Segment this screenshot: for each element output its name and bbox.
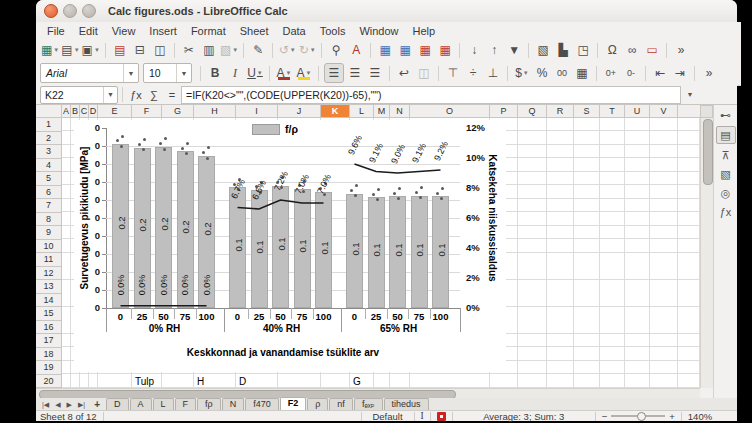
functions-icon[interactable]: ƒx bbox=[717, 204, 735, 220]
page-style[interactable]: Default bbox=[368, 411, 408, 422]
column-header-L[interactable]: L bbox=[350, 105, 374, 117]
menu-help[interactable]: Help bbox=[406, 24, 443, 38]
column-header-E[interactable]: E bbox=[98, 105, 132, 117]
column-header-K[interactable]: K bbox=[321, 105, 350, 117]
sheet-tab-f470[interactable]: f470 bbox=[245, 398, 279, 410]
first-sheet-icon[interactable]: |◀ bbox=[39, 399, 52, 410]
delete-row-icon[interactable]: ▦ bbox=[416, 41, 434, 59]
column-header-R[interactable]: R bbox=[547, 105, 574, 117]
chevron-down-icon[interactable]: ▼ bbox=[74, 47, 80, 53]
row-header-19[interactable]: 19 bbox=[36, 361, 61, 375]
new-icon[interactable]: ▦▼ bbox=[41, 41, 59, 59]
chevron-down-icon[interactable]: ▼ bbox=[286, 70, 292, 76]
row-header-9[interactable]: 9 bbox=[36, 226, 61, 240]
insert-mode-indicator[interactable]: I bbox=[421, 411, 424, 421]
chevron-down-icon[interactable]: ▼ bbox=[290, 47, 296, 53]
last-sheet-icon[interactable]: ▶| bbox=[75, 399, 88, 410]
menu-edit[interactable]: Edit bbox=[72, 24, 105, 38]
column-header-Q[interactable]: Q bbox=[518, 105, 547, 117]
add-decimal-button[interactable]: 0+ bbox=[602, 64, 620, 82]
menu-tools[interactable]: Tools bbox=[313, 24, 353, 38]
delete-decimal-button[interactable]: 0- bbox=[622, 64, 640, 82]
insert-column-before-icon[interactable]: ▦ bbox=[396, 41, 414, 59]
row-header-1[interactable]: 1 bbox=[36, 118, 61, 132]
font-color-button[interactable]: A▼ bbox=[275, 64, 293, 82]
center-vertically-button[interactable]: ÷ bbox=[464, 64, 482, 82]
chevron-down-icon[interactable]: ▼ bbox=[94, 47, 100, 53]
wrap-text-button[interactable]: ↩ bbox=[395, 64, 413, 82]
vertical-scrollbar[interactable] bbox=[700, 118, 713, 388]
zoom-slider[interactable] bbox=[611, 415, 665, 417]
autofilter-icon[interactable]: ▼ bbox=[505, 41, 523, 59]
column-header-M[interactable]: M bbox=[374, 105, 390, 117]
row-header-2[interactable]: 2 bbox=[36, 132, 61, 146]
clone-formatting-icon[interactable]: ✎ bbox=[249, 41, 267, 59]
select-all-corner[interactable] bbox=[36, 105, 62, 118]
chevron-down-icon[interactable]: ▼ bbox=[306, 70, 312, 76]
chart-object[interactable]: f/ρ Survetugevus pikikiudu [MPa] Katseke… bbox=[74, 120, 506, 372]
row-header-20[interactable]: 20 bbox=[36, 375, 61, 389]
next-sheet-icon[interactable]: ▶ bbox=[64, 399, 75, 410]
row-header-10[interactable]: 10 bbox=[36, 240, 61, 254]
decrease-indent-button[interactable]: ⇤ bbox=[651, 64, 669, 82]
chevron-down-icon[interactable]: ▼ bbox=[123, 64, 138, 82]
find-replace-icon[interactable]: ⚲ bbox=[327, 41, 345, 59]
row-header-13[interactable]: 13 bbox=[36, 280, 61, 294]
align-top-button[interactable]: ⊤ bbox=[444, 64, 462, 82]
spelling-icon[interactable]: A bbox=[347, 41, 365, 59]
insert-chart-icon[interactable]: ▙ bbox=[554, 41, 572, 59]
row-header-8[interactable]: 8 bbox=[36, 213, 61, 227]
export-pdf-icon[interactable]: ▤ bbox=[111, 41, 129, 59]
menu-sheet[interactable]: Sheet bbox=[233, 24, 276, 38]
currency-button[interactable]: $▼ bbox=[513, 64, 531, 82]
expand-formula-bar-icon[interactable]: ▼ bbox=[683, 87, 697, 103]
row-header-12[interactable]: 12 bbox=[36, 267, 61, 281]
sheet-tab-fρ[interactable]: fρ bbox=[197, 398, 221, 410]
align-bottom-button[interactable]: ⊥ bbox=[484, 64, 502, 82]
percent-button[interactable]: % bbox=[533, 64, 551, 82]
chevron-down-icon[interactable]: ▼ bbox=[310, 47, 316, 53]
menu-view[interactable]: View bbox=[105, 24, 143, 38]
row-header-5[interactable]: 5 bbox=[36, 172, 61, 186]
open-icon[interactable]: ▤▼ bbox=[61, 41, 79, 59]
insert-row-above-icon[interactable]: ▦ bbox=[376, 41, 394, 59]
delete-column-icon[interactable]: ▦ bbox=[436, 41, 454, 59]
cut-icon[interactable]: ✂ bbox=[180, 41, 198, 59]
function-wizard-icon[interactable]: ƒx bbox=[127, 87, 145, 103]
column-header-F[interactable]: F bbox=[132, 105, 162, 117]
menu-file[interactable]: File bbox=[40, 24, 72, 38]
row-header-15[interactable]: 15 bbox=[36, 307, 61, 321]
properties-icon[interactable]: ▤ bbox=[716, 126, 736, 144]
sheet-tab-D[interactable]: D bbox=[106, 398, 129, 410]
chevron-down-icon[interactable]: ▼ bbox=[176, 64, 191, 82]
increase-indent-button[interactable]: ⇥ bbox=[671, 64, 689, 82]
print-preview-icon[interactable]: ◫ bbox=[151, 41, 169, 59]
column-header-I[interactable]: I bbox=[236, 105, 278, 117]
sidebar-settings-icon[interactable]: ⊷ bbox=[717, 107, 735, 123]
sheet-tab-nf[interactable]: nf bbox=[329, 398, 353, 410]
chevron-down-icon[interactable]: ▼ bbox=[257, 70, 263, 76]
chevron-down-icon[interactable]: ▼ bbox=[53, 47, 59, 53]
font-size-combo[interactable]: 10 ▼ bbox=[143, 63, 192, 83]
row-header-6[interactable]: 6 bbox=[36, 186, 61, 200]
name-box[interactable]: K22 ▼ bbox=[40, 86, 118, 104]
chevron-down-icon[interactable]: ▼ bbox=[232, 47, 238, 53]
comment-icon[interactable]: ▭ bbox=[643, 41, 661, 59]
minimize-window-button[interactable] bbox=[63, 4, 77, 18]
chevron-down-icon[interactable]: ▼ bbox=[103, 87, 117, 103]
add-sheet-icon[interactable]: + bbox=[88, 399, 106, 410]
toolbar-overflow-icon[interactable]: » bbox=[700, 64, 718, 82]
align-right-button[interactable]: ☰ bbox=[366, 64, 384, 82]
column-header-V[interactable]: V bbox=[650, 105, 678, 117]
column-header-A[interactable]: A bbox=[62, 105, 71, 117]
zoom-out-icon[interactable]: − bbox=[602, 411, 608, 422]
sheet-tab-N[interactable]: N bbox=[222, 398, 245, 410]
number-format-button[interactable]: 00 bbox=[553, 64, 571, 82]
row-header-16[interactable]: 16 bbox=[36, 321, 61, 335]
sort-descending-icon[interactable]: ↑ bbox=[485, 41, 503, 59]
italic-button[interactable]: I bbox=[226, 64, 244, 82]
styles-icon[interactable]: ⊼ bbox=[717, 147, 735, 163]
column-header-U[interactable]: U bbox=[625, 105, 650, 117]
split-pane-handle[interactable] bbox=[700, 105, 713, 118]
gallery-icon[interactable]: ▧ bbox=[717, 166, 735, 182]
